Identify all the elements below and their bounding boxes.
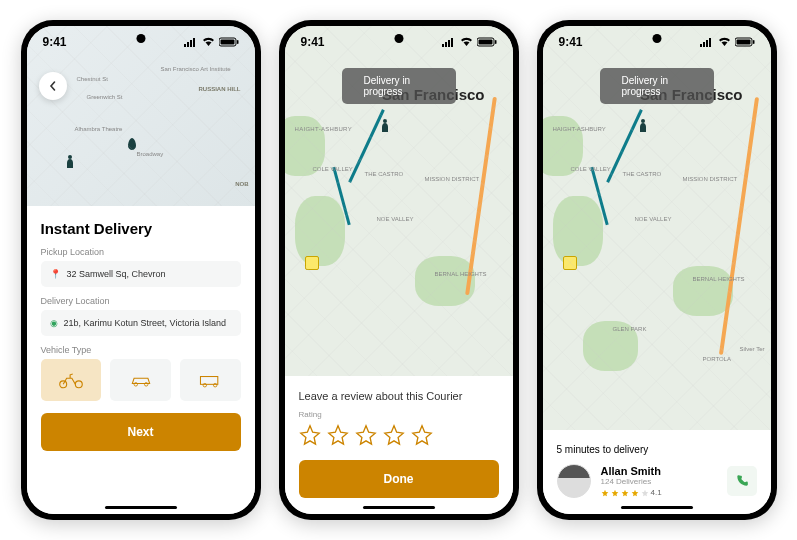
courier-marker-icon	[638, 118, 648, 132]
svg-rect-20	[478, 40, 492, 45]
home-indicator	[621, 506, 693, 509]
pin-icon: ◉	[50, 318, 58, 328]
star-icon[interactable]	[411, 424, 433, 446]
map-poi-label: Alhambra Theatre	[75, 126, 123, 132]
svg-rect-2	[190, 40, 192, 47]
vehicle-option-car[interactable]	[110, 359, 171, 401]
status-time: 9:41	[559, 35, 583, 49]
signal-icon	[442, 37, 456, 47]
destination-marker-icon	[305, 256, 319, 270]
driver-avatar	[557, 464, 591, 498]
vehicle-option-bike[interactable]	[41, 359, 102, 401]
star-icon[interactable]	[355, 424, 377, 446]
svg-rect-17	[448, 40, 450, 47]
chevron-left-icon	[47, 80, 59, 92]
delivery-label: Delivery Location	[41, 296, 241, 306]
pickup-input[interactable]: 📍 32 Samwell Sq, Chevron	[41, 261, 241, 287]
star-icon[interactable]	[327, 424, 349, 446]
status-bar: 9:41	[285, 26, 513, 58]
phone-icon	[735, 474, 749, 488]
svg-rect-26	[709, 38, 711, 47]
svg-point-22	[383, 119, 387, 123]
booking-sheet: Instant Delivery Pickup Location 📍 32 Sa…	[27, 206, 255, 514]
review-prompt: Leave a review about this Courier	[299, 390, 499, 402]
star-icon	[601, 489, 609, 497]
battery-icon	[477, 37, 497, 47]
back-button[interactable]	[39, 72, 67, 100]
pickup-label: Pickup Location	[41, 247, 241, 257]
svg-rect-3	[193, 38, 195, 47]
signal-icon	[700, 37, 714, 47]
status-bar: 9:41	[27, 26, 255, 58]
svg-rect-21	[495, 40, 497, 44]
svg-rect-25	[706, 40, 708, 47]
driver-rating: 4.1	[601, 488, 717, 497]
svg-rect-24	[703, 42, 705, 47]
next-button[interactable]: Next	[41, 413, 241, 451]
vehicle-type-label: Vehicle Type	[41, 345, 241, 355]
van-icon	[197, 371, 223, 389]
svg-rect-15	[442, 44, 444, 47]
wifi-icon	[202, 37, 215, 47]
call-button[interactable]	[727, 466, 757, 496]
battery-icon	[219, 37, 239, 47]
destination-marker-icon	[563, 256, 577, 270]
sheet-title: Instant Delivery	[41, 220, 241, 237]
svg-rect-5	[220, 40, 234, 45]
map-district-label: RUSSIAN HILL	[199, 86, 241, 92]
delivery-map[interactable]: Delivery in progress San Francisco HAIGH…	[543, 26, 771, 430]
svg-rect-0	[184, 44, 186, 47]
svg-rect-29	[753, 40, 755, 44]
car-icon	[128, 371, 154, 389]
star-icon	[631, 489, 639, 497]
delivery-map[interactable]: Delivery in progress San Francisco HAIGH…	[285, 26, 513, 376]
delivery-input[interactable]: ◉ 21b, Karimu Kotun Street, Victoria Isl…	[41, 310, 241, 336]
svg-rect-16	[445, 42, 447, 47]
star-icon	[611, 489, 619, 497]
map-district-label: NOE VALLEY	[635, 216, 672, 222]
map-district-label: NOB	[235, 181, 248, 187]
star-icon[interactable]	[383, 424, 405, 446]
home-indicator	[105, 506, 177, 509]
map-street-label: Broadway	[137, 151, 164, 157]
map-street-label: Chestnut St	[77, 76, 108, 82]
map-district-label: GLEN PARK	[613, 326, 647, 332]
map-poi-label: San Francisco Art Institute	[160, 66, 230, 72]
map-district-label: THE CASTRO	[623, 171, 662, 177]
progress-banner: Delivery in progress	[600, 68, 714, 104]
map-district-label: Silver Ter	[740, 346, 765, 352]
map-district-label: COLE VALLEY	[571, 166, 611, 172]
vehicle-option-van[interactable]	[180, 359, 241, 401]
review-sheet: Leave a review about this Courier Rating…	[285, 376, 513, 514]
map-district-label: MISSION DISTRICT	[683, 176, 738, 182]
map-district-label: NOE VALLEY	[377, 216, 414, 222]
wifi-icon	[460, 37, 473, 47]
rating-stars[interactable]	[299, 424, 499, 446]
map-district-label: HAIGHT-ASHBURY	[295, 126, 352, 132]
eta-text: 5 minutes to delivery	[557, 444, 757, 455]
home-indicator	[363, 506, 435, 509]
pin-icon: 📍	[50, 269, 61, 279]
svg-rect-1	[187, 42, 189, 47]
pickup-value: 32 Samwell Sq, Chevron	[67, 269, 166, 279]
map-district-label: COLE VALLEY	[313, 166, 353, 172]
user-marker-icon	[65, 154, 75, 168]
status-bar: 9:41	[543, 26, 771, 58]
motorcycle-icon	[58, 371, 84, 389]
driver-deliveries: 124 Deliveries	[601, 477, 717, 486]
battery-icon	[735, 37, 755, 47]
wifi-icon	[718, 37, 731, 47]
svg-rect-6	[237, 40, 239, 44]
svg-rect-23	[700, 44, 702, 47]
driver-sheet: 5 minutes to delivery Allan Smith 124 De…	[543, 430, 771, 514]
rating-label: Rating	[299, 410, 499, 419]
star-icon[interactable]	[299, 424, 321, 446]
svg-point-9	[75, 381, 82, 388]
map-district-label: HAIGHT-ASHBURY	[553, 126, 606, 132]
svg-point-7	[68, 155, 72, 159]
driver-rating-value: 4.1	[651, 488, 662, 497]
map-district-label: MISSION DISTRICT	[425, 176, 480, 182]
done-button[interactable]: Done	[299, 460, 499, 498]
driver-name: Allan Smith	[601, 465, 717, 477]
signal-icon	[184, 37, 198, 47]
